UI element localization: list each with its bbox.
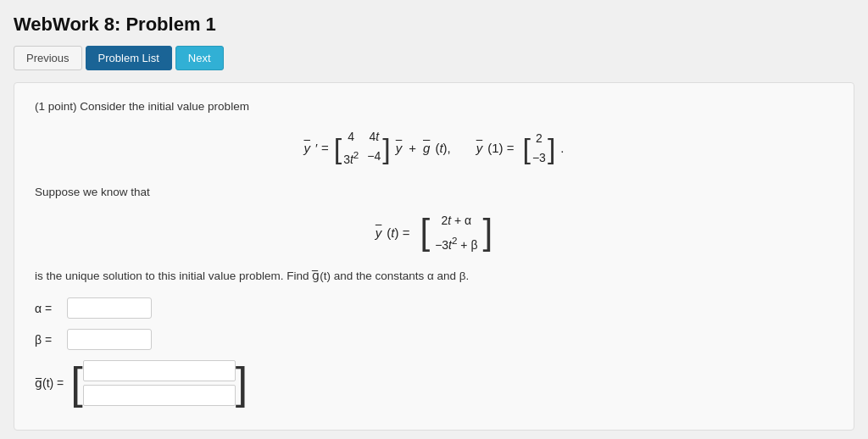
g-vector-row: g̅(t) = [ ] bbox=[35, 360, 833, 406]
g-label: g̅(t) = bbox=[35, 376, 64, 390]
suppose-text: Suppose we know that bbox=[35, 186, 833, 198]
page-title: WebWork 8: Problem 1 bbox=[14, 14, 854, 36]
alpha-label: α = bbox=[35, 302, 60, 315]
left-bracket: [ bbox=[70, 361, 82, 405]
beta-row: β = bbox=[35, 329, 833, 350]
beta-label: β = bbox=[35, 333, 60, 347]
alpha-input[interactable] bbox=[67, 297, 152, 319]
g-bottom-input[interactable] bbox=[83, 385, 236, 406]
toolbar: Previous Problem List Next bbox=[14, 46, 854, 70]
unique-text: is the unique solution to this initial v… bbox=[35, 269, 833, 282]
beta-input[interactable] bbox=[67, 329, 152, 350]
ivp-equation: y′ = [ 44t 3t2−4 ] y + g(t), y(1) = [ bbox=[35, 128, 833, 169]
problem-list-button[interactable]: Problem List bbox=[86, 46, 172, 70]
g-top-input[interactable] bbox=[83, 360, 236, 381]
previous-button[interactable]: Previous bbox=[14, 46, 82, 70]
content-box: (1 point) Consider the initial value pro… bbox=[14, 82, 854, 431]
problem-intro: (1 point) Consider the initial value pro… bbox=[35, 100, 833, 113]
right-bracket: ] bbox=[236, 361, 248, 405]
alpha-row: α = bbox=[35, 297, 833, 319]
solution-equation: y(t) = [ 2t + α −3t2 + β ] bbox=[35, 210, 833, 256]
next-button[interactable]: Next bbox=[175, 46, 224, 70]
